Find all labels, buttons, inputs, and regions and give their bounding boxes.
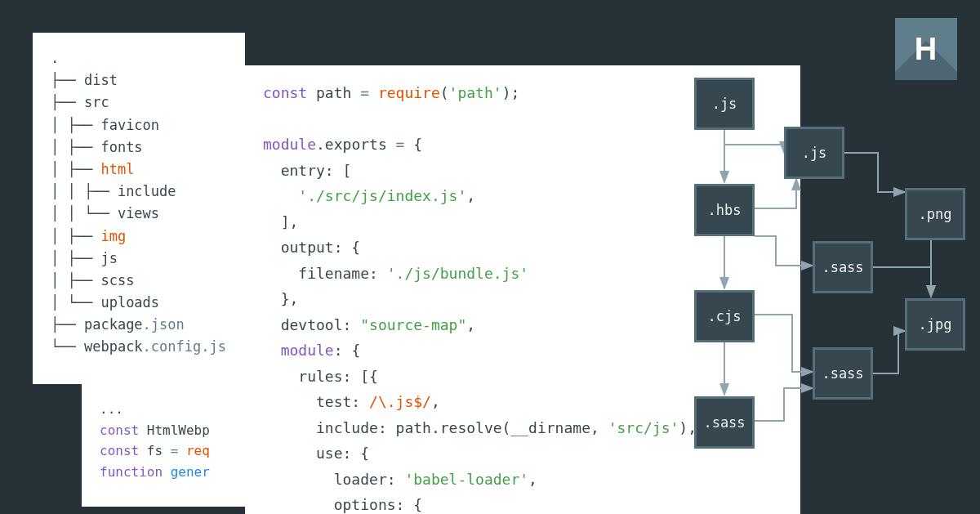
tree-line: │ ├── scss (51, 270, 227, 292)
code-line: loader: 'babel-loader', (263, 467, 782, 493)
graph-node-js: .js (784, 127, 844, 179)
tree-line: └── webpack.config.js (51, 336, 227, 358)
snippet-line: const fs = req (100, 440, 260, 462)
graph-node-label: .sass (822, 365, 863, 382)
tree-line: │ │ ├── include (51, 181, 227, 203)
file-tree-card: .├── dist├── src│ ├── favicon│ ├── fonts… (33, 33, 245, 384)
graph-node-js: .js (694, 78, 755, 130)
graph-node-label: .sass (703, 414, 745, 431)
tree-line: │ └── uploads (51, 292, 227, 314)
tree-line: ├── dist (51, 69, 227, 92)
h-logo-badge: H (895, 18, 957, 80)
tree-line: │ │ └── views (51, 203, 227, 225)
graph-node-label: .png (919, 206, 952, 222)
graph-node-jpg: .jpg (905, 298, 965, 351)
graph-node-label: .cjs (708, 308, 742, 324)
graph-node-label: .js (712, 96, 737, 112)
tree-line: ├── src (51, 92, 227, 114)
graph-node-sass: .sass (694, 396, 755, 449)
graph-node-sass: .sass (813, 241, 873, 293)
tree-line: ├── package.json (51, 314, 227, 336)
graph-node-label: .sass (822, 259, 863, 275)
module-graph: .js.js.hbs.png.sass.cjs.jpg.sass.sass (686, 78, 980, 462)
graph-node-cjs: .cjs (694, 290, 755, 342)
graph-node-png: .png (905, 188, 965, 240)
snippet-line: function gener (100, 462, 260, 483)
badge-letter: H (915, 32, 938, 67)
tree-line: │ ├── js (51, 248, 227, 270)
graph-node-sass: .sass (813, 347, 873, 400)
code-line: options: { (263, 492, 782, 514)
tree-line: . (51, 47, 227, 69)
tree-line: │ ├── fonts (51, 136, 227, 159)
graph-node-label: .jpg (919, 316, 952, 333)
tree-line: │ ├── favicon (51, 114, 227, 136)
graph-node-label: .js (802, 145, 827, 161)
tree-line: │ ├── html (51, 159, 227, 181)
snippet-line: const HtmlWebp (100, 420, 260, 441)
graph-node-hbs: .hbs (694, 184, 755, 236)
tree-line: │ ├── img (51, 226, 227, 248)
snippet-line: ... (100, 399, 260, 420)
graph-node-label: .hbs (708, 202, 742, 218)
